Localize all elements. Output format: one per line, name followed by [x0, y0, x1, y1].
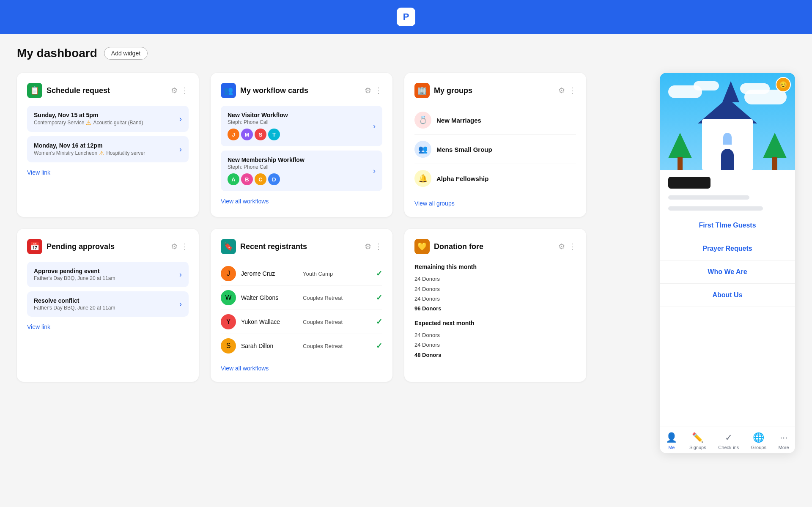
donors-total: 96 Donors — [414, 304, 576, 313]
avatar-6: B — [241, 173, 253, 185]
schedule-item-1[interactable]: Sunday, Nov 15 at 5pm Contemporary Servi… — [27, 106, 189, 132]
schedule-icon: 📋 — [27, 83, 42, 98]
tree-top-left — [668, 133, 692, 158]
workflow-item-2[interactable]: New Membership Workflow Steph: Phone Cal… — [221, 151, 382, 191]
avatar-7: C — [255, 173, 266, 185]
settings-icon-p[interactable]: ⚙ — [171, 242, 178, 251]
church-illustration: 😊 — [660, 73, 795, 170]
settings-icon[interactable]: ⚙ — [171, 86, 178, 95]
warn-icon-2: ⚠ — [99, 150, 104, 156]
group-item-2[interactable]: 👥 Mens Small Group — [414, 135, 576, 164]
registrants-title-row: 🔖 Recent registrants — [221, 239, 307, 254]
schedule-date-2: Monday, Nov 16 at 12pm — [34, 142, 145, 149]
more-icon[interactable]: ⋮ — [181, 86, 189, 95]
app-header: P — [0, 0, 812, 34]
workflow-card-title: My workflow cards — [240, 86, 308, 95]
donation-card-header: 💛 Donation fore ⚙ ⋮ — [414, 239, 576, 254]
group-item-1[interactable]: 💍 New Marriages — [414, 106, 576, 135]
panel-bottom-nav: 👤 Me ✏️ Signups ✓ Check-ins 🌐 Groups ··· — [660, 427, 795, 453]
approval-title-1: Approve pending event — [34, 268, 115, 274]
more-icon-p[interactable]: ⋮ — [181, 242, 189, 251]
registrant-name-3: Yukon Wallace — [241, 318, 298, 325]
more-icon-r[interactable]: ⋮ — [375, 242, 382, 251]
tree-top-right — [763, 133, 787, 158]
pending-view-link[interactable]: View link — [27, 323, 189, 330]
more-icon-g[interactable]: ⋮ — [568, 86, 576, 95]
avatar-8: D — [268, 173, 280, 185]
workflow-name-1: New Visitor Workflow — [228, 112, 288, 118]
donors-2: 24 Donors — [414, 284, 576, 294]
me-icon: 👤 — [666, 432, 677, 443]
panel-user-avatar: 😊 — [776, 77, 791, 92]
workflow-item-1[interactable]: New Visitor Workflow Steph: Phone Call J… — [221, 106, 382, 146]
panel-nav-who-we-are[interactable]: Who We Are — [660, 260, 795, 284]
schedule-sub-1: Contemporary Service ⚠ Acoustic guitar (… — [34, 119, 143, 126]
add-widget-button[interactable]: Add widget — [104, 47, 148, 60]
approval-item-2[interactable]: Resolve conflict Father's Day BBQ, June … — [27, 291, 189, 317]
workflow-card-actions[interactable]: ⚙ ⋮ — [365, 86, 382, 95]
group-avatar-3: 🔔 — [414, 170, 431, 187]
settings-icon-w[interactable]: ⚙ — [365, 86, 371, 95]
groups-view-link[interactable]: View all groups — [414, 200, 576, 207]
donors-5: 24 Donors — [414, 340, 576, 350]
me-label: Me — [668, 445, 675, 450]
bottom-nav-me[interactable]: 👤 Me — [666, 432, 677, 450]
workflow-card: 👥 My workflow cards ⚙ ⋮ New Visitor Work… — [211, 73, 392, 217]
schedule-item-2[interactable]: Monday, Nov 16 at 12pm Women's Ministry … — [27, 136, 189, 162]
registrant-row-3: Y Yukon Wallace Couples Retreat ✓ — [221, 310, 382, 334]
registrants-card-actions[interactable]: ⚙ ⋮ — [365, 242, 382, 251]
donors-1: 24 Donors — [414, 274, 576, 284]
warn-icon-1: ⚠ — [86, 119, 91, 126]
donation-card-actions[interactable]: ⚙ ⋮ — [558, 242, 576, 251]
registrant-event-1: Youth Camp — [303, 271, 371, 277]
donation-section: Remaining this month 24 Donors 24 Donors… — [414, 262, 576, 360]
approval-sub-2: Father's Day BBQ, June 20 at 11am — [34, 305, 115, 311]
arrow-icon-1: › — [179, 115, 182, 123]
settings-icon-r[interactable]: ⚙ — [365, 242, 371, 251]
workflow-avatars-2: A B C D — [228, 173, 304, 185]
pending-title-row: 📅 Pending approvals — [27, 239, 115, 254]
schedule-card-actions[interactable]: ⚙ ⋮ — [171, 86, 189, 95]
groups-title-row: 🏢 My groups — [414, 83, 472, 98]
workflow-title-row: 👥 My workflow cards — [221, 83, 308, 98]
settings-icon-g[interactable]: ⚙ — [558, 86, 565, 95]
workflow-arrow-2: › — [373, 167, 376, 175]
workflow-view-link[interactable]: View all workflows — [221, 198, 382, 205]
pending-card-actions[interactable]: ⚙ ⋮ — [171, 242, 189, 251]
bottom-nav-signups[interactable]: ✏️ Signups — [689, 432, 706, 450]
workflow-avatars-1: J M S T — [228, 129, 288, 140]
panel-nav-about-us[interactable]: About Us — [660, 284, 795, 307]
workflow-sub-1: Steph: Phone Call — [228, 119, 288, 125]
right-panel: 😊 First TIme Guests Prayer Requets Who W… — [660, 73, 795, 453]
pending-card-header: 📅 Pending approvals ⚙ ⋮ — [27, 239, 189, 254]
bottom-nav-more[interactable]: ··· More — [779, 432, 789, 450]
approval-sub-1: Father's Day BBQ, June 20 at 11am — [34, 275, 115, 281]
workflow-icon: 👥 — [221, 83, 236, 98]
approval-item-1[interactable]: Approve pending event Father's Day BBQ, … — [27, 262, 189, 287]
groups-card: 🏢 My groups ⚙ ⋮ 💍 New Marriages 👥 Mens S… — [404, 73, 586, 217]
groups-card-header: 🏢 My groups ⚙ ⋮ — [414, 83, 576, 98]
schedule-sub-2: Women's Ministry Luncheon ⚠ Hospitality … — [34, 150, 145, 156]
donation-card-title: Donation fore — [434, 242, 483, 251]
panel-nav-first-time-guests[interactable]: First TIme Guests — [660, 214, 795, 237]
registrants-view-link[interactable]: View all workflows — [221, 365, 382, 372]
workflow-name-2: New Membership Workflow — [228, 156, 304, 163]
avatar-4: T — [268, 129, 280, 140]
bottom-nav-groups[interactable]: 🌐 Groups — [751, 432, 766, 450]
tree-left — [668, 133, 692, 170]
cloud-4 — [740, 83, 770, 94]
groups-card-actions[interactable]: ⚙ ⋮ — [558, 86, 576, 95]
avatar-1: J — [228, 129, 239, 140]
registrants-card-header: 🔖 Recent registrants ⚙ ⋮ — [221, 239, 382, 254]
settings-icon-d[interactable]: ⚙ — [558, 242, 565, 251]
logo-letter: P — [403, 11, 409, 22]
pending-icon: 📅 — [27, 239, 42, 254]
bottom-nav-checkins[interactable]: ✓ Check-ins — [718, 432, 739, 450]
schedule-view-link[interactable]: View link — [27, 169, 189, 176]
more-icon-w[interactable]: ⋮ — [375, 86, 382, 95]
panel-nav-prayer-requests[interactable]: Prayer Requets — [660, 237, 795, 260]
group-item-3[interactable]: 🔔 Alpha Fellowship — [414, 164, 576, 193]
check-icon-2: ✓ — [376, 293, 382, 302]
group-name-2: Mens Small Group — [436, 146, 492, 153]
more-icon-d[interactable]: ⋮ — [568, 242, 576, 251]
